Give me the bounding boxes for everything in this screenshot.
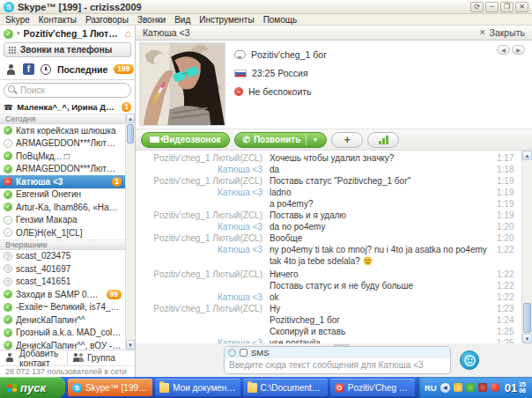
- dialpad-icon: [9, 47, 16, 54]
- user-online-status-icon[interactable]: ✓: [4, 29, 13, 39]
- menu-item-6[interactable]: Инструменты: [199, 15, 254, 25]
- contact-row[interactable]: ОЛЕ)Н(еК_1[CL]: [0, 226, 125, 240]
- contact-row[interactable]: ДенисКаПапин^^: [0, 313, 125, 327]
- message-list: Pozitiv'cheg_1 Лютый(ZCL)Хочешь чтобы уд…: [139, 152, 520, 343]
- create-group-button[interactable]: Группа: [67, 350, 135, 365]
- contact-row[interactable]: Гензии Макара: [0, 214, 125, 227]
- scrollbar-thumb[interactable]: [523, 303, 531, 333]
- menu-item-3[interactable]: Разговоры: [85, 15, 129, 25]
- pending-status-icon: [4, 277, 12, 286]
- message-text: a po4emy?: [270, 198, 493, 210]
- resize-grip[interactable]: [334, 344, 350, 346]
- recent-tab-label[interactable]: Последние: [57, 64, 107, 75]
- status-caret-icon[interactable]: ▾: [17, 30, 20, 37]
- contact-name: Artur-Ka, Iham866, «НаСтОшА», ...: [16, 203, 122, 212]
- add-contact-icon: [5, 353, 16, 363]
- contact-row[interactable]: ПоВцМкд... □: [0, 150, 125, 163]
- local-time-location: 23:25 Россия: [252, 68, 308, 78]
- contact-row[interactable]: scast_023475: [0, 250, 125, 263]
- chat-tab-bar: Катюша <3 ✕ Закрыть: [136, 26, 532, 41]
- offline-status-icon: [4, 139, 12, 148]
- menu-item-4[interactable]: Звонки: [137, 15, 166, 25]
- pinned-conversation[interactable]: ☎ Маленка^_^, Ирина Дуканина, Di... 1: [0, 100, 135, 114]
- chat-message: Pozitivcheg_1 бог1:24: [139, 314, 520, 326]
- sms-checkbox[interactable]: [240, 349, 248, 357]
- next-profile-button[interactable]: ▶: [512, 45, 525, 55]
- message-text: Поставь статус "Pozitivcheg_1 бог": [270, 175, 493, 187]
- calls-to-phones-button[interactable]: Звонки на телефоны: [4, 42, 131, 57]
- video-call-button[interactable]: Видеозвонок: [141, 132, 230, 148]
- contact-row[interactable]: -Exaile~ Великий, is74_pilot, Артурка)).…: [0, 301, 125, 314]
- sad-emoticon-icon: [363, 256, 373, 269]
- close-chat-button[interactable]: ✕ Закрыть: [479, 27, 525, 38]
- menu-item-2[interactable]: Контакты: [39, 15, 77, 25]
- emoticon-icon[interactable]: [228, 349, 236, 357]
- taskbar-task[interactable]: C:\Documents and Se...: [243, 379, 328, 396]
- taskbar-task[interactable]: OPozitiv'Cheg - Opera: [330, 379, 415, 396]
- message-author: [139, 280, 270, 291]
- prev-profile-button[interactable]: ◀: [497, 45, 510, 55]
- taskbar-task[interactable]: SSkype™ [199] - criz...: [68, 379, 152, 396]
- contact-row[interactable]: scast_401697: [0, 262, 125, 276]
- contact-row[interactable]: Заходи в SAMP 0.3d - 109.68.1...99: [0, 288, 125, 301]
- contact-row[interactable]: Artur-Ka, Iham866, «НаСтОшА», ...: [0, 201, 125, 214]
- add-participant-button[interactable]: +: [331, 132, 363, 148]
- contact-row[interactable]: Катя корейская шлюшка: [0, 124, 125, 137]
- home-icon[interactable]: ⌂: [125, 28, 131, 39]
- scrollbar-thumb[interactable]: [127, 124, 134, 144]
- chevron-down-icon[interactable]: ▼: [312, 136, 318, 143]
- contact-name: ДенисКаПапин^^, вОУ -_- О_О: [16, 341, 122, 350]
- scroll-up-icon[interactable]: ▲: [126, 114, 135, 123]
- message-author: Катюша <3: [139, 244, 270, 269]
- contact-row[interactable]: Катюша <31: [0, 175, 125, 188]
- minimize-button[interactable]: ─: [485, 2, 499, 12]
- tray-collapse-icon[interactable]: ◀: [440, 383, 450, 393]
- tray-app-icon-3[interactable]: [478, 383, 487, 392]
- message-text-content: Pozitivcheg_1 бог: [270, 315, 340, 325]
- contact-row[interactable]: ARMAGEDDON***Лютый***<CL>: [0, 137, 125, 151]
- message-text-content: da no po4emy: [270, 222, 325, 232]
- clock-seconds: 06: [519, 387, 526, 394]
- facebook-tab-icon[interactable]: f: [23, 63, 34, 75]
- close-window-button[interactable]: ✕: [515, 2, 528, 12]
- tray-app-icon-1[interactable]: [454, 383, 462, 392]
- contact-row[interactable]: scast_141651: [0, 276, 125, 289]
- language-indicator[interactable]: RU: [425, 383, 437, 393]
- taskbar-task[interactable]: Мои документы: [155, 379, 240, 396]
- message-text: Хочешь чтобы удалил значку?: [270, 152, 493, 164]
- search-row: [4, 83, 131, 98]
- current-user-bar[interactable]: ✓ ▾ Pozitiv'cheg_1 Лютый(ZCL) ⌂: [0, 26, 135, 41]
- contact-row[interactable]: ДенисКаПапин^^, вОУ -_- О_О: [0, 339, 125, 350]
- add-contact-button[interactable]: Добавить контакт: [0, 350, 67, 365]
- scroll-down-icon[interactable]: ▼: [126, 340, 135, 350]
- window-controls: ⟳ ─ ❐ ✕: [470, 2, 528, 12]
- contact-group-header[interactable]: Сегодня: [0, 114, 125, 124]
- contact-row[interactable]: Грозный a.k.a. MAD_collapse_[ELITA]: [0, 327, 125, 340]
- sidebar-scrollbar[interactable]: ▲ ▼: [125, 114, 135, 350]
- tray-opera-icon[interactable]: [491, 383, 499, 392]
- menu-item-1[interactable]: Skype: [5, 15, 30, 25]
- scroll-up-icon[interactable]: ▲: [522, 151, 532, 160]
- menu-item-7[interactable]: Помощь: [263, 15, 298, 25]
- emoticon-picker-button[interactable]: [460, 350, 479, 370]
- scroll-down-icon[interactable]: ▼: [522, 334, 532, 343]
- start-button[interactable]: пуск: [0, 377, 65, 398]
- chat-scrollbar[interactable]: ▲ ▼: [521, 151, 532, 343]
- contact-group-header[interactable]: Вчерашние: [0, 240, 125, 250]
- call-quality-button[interactable]: [367, 132, 399, 148]
- contacts-tab-icon[interactable]: [5, 63, 17, 75]
- tray-app-icon-2[interactable]: [466, 383, 475, 392]
- message-text-content: Вообще: [270, 233, 302, 243]
- message-input[interactable]: [225, 358, 450, 372]
- chat-message: Скопируй и вставь1:25: [139, 326, 520, 337]
- compact-view-button[interactable]: ⟳: [470, 2, 484, 12]
- call-button[interactable]: ✆ Позвонить ▼: [234, 132, 328, 148]
- contact-row[interactable]: ARMAGEDDON***Лютый***<CL>, Ча?!: [0, 163, 125, 176]
- contact-row[interactable]: Евгений Онегин: [0, 188, 125, 202]
- recent-tab-icon[interactable]: [41, 64, 51, 75]
- menu-item-5[interactable]: Вид: [174, 15, 190, 25]
- message-timestamp: 1:25: [493, 337, 520, 343]
- restore-button[interactable]: ❐: [500, 2, 514, 12]
- group-label: Группа: [87, 353, 115, 363]
- search-input[interactable]: [4, 83, 131, 98]
